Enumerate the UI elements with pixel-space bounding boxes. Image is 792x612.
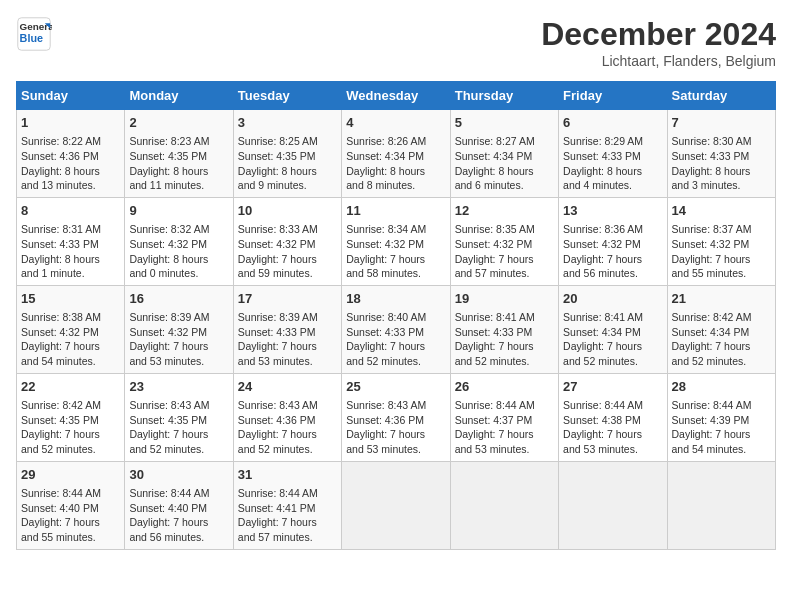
day-info: Sunrise: 8:35 AMSunset: 4:32 PMDaylight:… [455,222,554,281]
day-info: Sunrise: 8:42 AMSunset: 4:35 PMDaylight:… [21,398,120,457]
day-number: 28 [672,378,771,396]
day-info: Sunrise: 8:44 AMSunset: 4:40 PMDaylight:… [21,486,120,545]
calendar-cell [559,461,667,549]
weekday-header-row: SundayMondayTuesdayWednesdayThursdayFrid… [17,82,776,110]
day-info: Sunrise: 8:27 AMSunset: 4:34 PMDaylight:… [455,134,554,193]
calendar-cell: 1Sunrise: 8:22 AMSunset: 4:36 PMDaylight… [17,110,125,198]
weekday-header-thursday: Thursday [450,82,558,110]
day-info: Sunrise: 8:38 AMSunset: 4:32 PMDaylight:… [21,310,120,369]
day-info: Sunrise: 8:39 AMSunset: 4:33 PMDaylight:… [238,310,337,369]
calendar-cell: 16Sunrise: 8:39 AMSunset: 4:32 PMDayligh… [125,285,233,373]
day-number: 15 [21,290,120,308]
calendar-cell: 31Sunrise: 8:44 AMSunset: 4:41 PMDayligh… [233,461,341,549]
logo-icon: General Blue [16,16,52,52]
day-number: 25 [346,378,445,396]
day-info: Sunrise: 8:25 AMSunset: 4:35 PMDaylight:… [238,134,337,193]
day-number: 26 [455,378,554,396]
calendar-cell: 5Sunrise: 8:27 AMSunset: 4:34 PMDaylight… [450,110,558,198]
calendar-cell [450,461,558,549]
day-info: Sunrise: 8:41 AMSunset: 4:33 PMDaylight:… [455,310,554,369]
weekday-header-saturday: Saturday [667,82,775,110]
month-title: December 2024 [541,16,776,53]
day-number: 27 [563,378,662,396]
day-number: 21 [672,290,771,308]
day-info: Sunrise: 8:40 AMSunset: 4:33 PMDaylight:… [346,310,445,369]
calendar-cell: 12Sunrise: 8:35 AMSunset: 4:32 PMDayligh… [450,197,558,285]
calendar-week-5: 29Sunrise: 8:44 AMSunset: 4:40 PMDayligh… [17,461,776,549]
location-subtitle: Lichtaart, Flanders, Belgium [541,53,776,69]
calendar-table: SundayMondayTuesdayWednesdayThursdayFrid… [16,81,776,550]
day-info: Sunrise: 8:39 AMSunset: 4:32 PMDaylight:… [129,310,228,369]
calendar-cell: 21Sunrise: 8:42 AMSunset: 4:34 PMDayligh… [667,285,775,373]
calendar-cell: 7Sunrise: 8:30 AMSunset: 4:33 PMDaylight… [667,110,775,198]
day-info: Sunrise: 8:34 AMSunset: 4:32 PMDaylight:… [346,222,445,281]
calendar-cell: 26Sunrise: 8:44 AMSunset: 4:37 PMDayligh… [450,373,558,461]
day-number: 12 [455,202,554,220]
day-number: 10 [238,202,337,220]
calendar-cell: 9Sunrise: 8:32 AMSunset: 4:32 PMDaylight… [125,197,233,285]
day-info: Sunrise: 8:43 AMSunset: 4:36 PMDaylight:… [238,398,337,457]
day-info: Sunrise: 8:44 AMSunset: 4:40 PMDaylight:… [129,486,228,545]
calendar-cell: 23Sunrise: 8:43 AMSunset: 4:35 PMDayligh… [125,373,233,461]
calendar-week-1: 1Sunrise: 8:22 AMSunset: 4:36 PMDaylight… [17,110,776,198]
day-info: Sunrise: 8:37 AMSunset: 4:32 PMDaylight:… [672,222,771,281]
calendar-cell: 18Sunrise: 8:40 AMSunset: 4:33 PMDayligh… [342,285,450,373]
calendar-cell: 10Sunrise: 8:33 AMSunset: 4:32 PMDayligh… [233,197,341,285]
day-info: Sunrise: 8:32 AMSunset: 4:32 PMDaylight:… [129,222,228,281]
calendar-cell: 6Sunrise: 8:29 AMSunset: 4:33 PMDaylight… [559,110,667,198]
day-number: 4 [346,114,445,132]
weekday-header-sunday: Sunday [17,82,125,110]
day-info: Sunrise: 8:44 AMSunset: 4:38 PMDaylight:… [563,398,662,457]
day-info: Sunrise: 8:22 AMSunset: 4:36 PMDaylight:… [21,134,120,193]
day-info: Sunrise: 8:29 AMSunset: 4:33 PMDaylight:… [563,134,662,193]
calendar-cell: 3Sunrise: 8:25 AMSunset: 4:35 PMDaylight… [233,110,341,198]
calendar-cell: 29Sunrise: 8:44 AMSunset: 4:40 PMDayligh… [17,461,125,549]
day-number: 9 [129,202,228,220]
svg-text:Blue: Blue [20,32,43,44]
day-info: Sunrise: 8:43 AMSunset: 4:36 PMDaylight:… [346,398,445,457]
day-info: Sunrise: 8:44 AMSunset: 4:37 PMDaylight:… [455,398,554,457]
day-number: 7 [672,114,771,132]
day-number: 8 [21,202,120,220]
day-info: Sunrise: 8:26 AMSunset: 4:34 PMDaylight:… [346,134,445,193]
weekday-header-monday: Monday [125,82,233,110]
day-number: 2 [129,114,228,132]
calendar-cell: 28Sunrise: 8:44 AMSunset: 4:39 PMDayligh… [667,373,775,461]
svg-text:General: General [20,21,52,32]
calendar-body: 1Sunrise: 8:22 AMSunset: 4:36 PMDaylight… [17,110,776,550]
day-number: 16 [129,290,228,308]
day-info: Sunrise: 8:41 AMSunset: 4:34 PMDaylight:… [563,310,662,369]
day-number: 22 [21,378,120,396]
day-number: 13 [563,202,662,220]
day-number: 11 [346,202,445,220]
day-info: Sunrise: 8:44 AMSunset: 4:41 PMDaylight:… [238,486,337,545]
day-number: 1 [21,114,120,132]
calendar-cell [667,461,775,549]
calendar-header: SundayMondayTuesdayWednesdayThursdayFrid… [17,82,776,110]
day-number: 23 [129,378,228,396]
calendar-cell: 14Sunrise: 8:37 AMSunset: 4:32 PMDayligh… [667,197,775,285]
day-info: Sunrise: 8:43 AMSunset: 4:35 PMDaylight:… [129,398,228,457]
weekday-header-friday: Friday [559,82,667,110]
calendar-cell: 8Sunrise: 8:31 AMSunset: 4:33 PMDaylight… [17,197,125,285]
calendar-week-4: 22Sunrise: 8:42 AMSunset: 4:35 PMDayligh… [17,373,776,461]
calendar-cell: 13Sunrise: 8:36 AMSunset: 4:32 PMDayligh… [559,197,667,285]
day-number: 31 [238,466,337,484]
calendar-cell: 4Sunrise: 8:26 AMSunset: 4:34 PMDaylight… [342,110,450,198]
calendar-cell: 24Sunrise: 8:43 AMSunset: 4:36 PMDayligh… [233,373,341,461]
day-info: Sunrise: 8:31 AMSunset: 4:33 PMDaylight:… [21,222,120,281]
day-info: Sunrise: 8:30 AMSunset: 4:33 PMDaylight:… [672,134,771,193]
weekday-header-tuesday: Tuesday [233,82,341,110]
calendar-cell: 22Sunrise: 8:42 AMSunset: 4:35 PMDayligh… [17,373,125,461]
day-number: 19 [455,290,554,308]
day-info: Sunrise: 8:42 AMSunset: 4:34 PMDaylight:… [672,310,771,369]
calendar-cell: 30Sunrise: 8:44 AMSunset: 4:40 PMDayligh… [125,461,233,549]
title-block: December 2024 Lichtaart, Flanders, Belgi… [541,16,776,69]
calendar-cell [342,461,450,549]
day-number: 18 [346,290,445,308]
calendar-cell: 2Sunrise: 8:23 AMSunset: 4:35 PMDaylight… [125,110,233,198]
day-info: Sunrise: 8:44 AMSunset: 4:39 PMDaylight:… [672,398,771,457]
day-number: 17 [238,290,337,308]
page-header: General Blue December 2024 Lichtaart, Fl… [16,16,776,69]
day-number: 3 [238,114,337,132]
